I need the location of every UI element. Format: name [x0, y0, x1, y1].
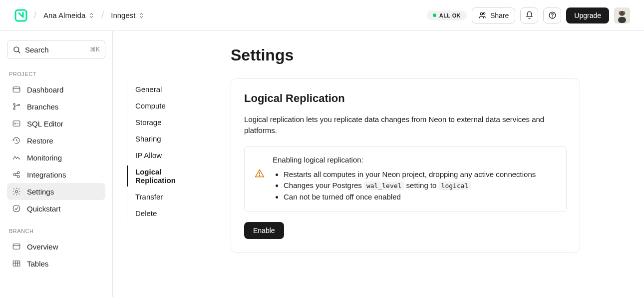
subnav-item-storage[interactable]: Storage: [135, 114, 203, 130]
warning-content: Enabling logical replication: Restarts a…: [273, 156, 556, 203]
header: / Ana Almeida / Inngest ALL OK Share: [0, 0, 644, 31]
share-button[interactable]: Share: [472, 8, 515, 24]
avatar[interactable]: [614, 8, 630, 24]
help-button[interactable]: [543, 8, 561, 24]
sidebar-item-integrations[interactable]: Integrations: [7, 166, 105, 183]
svg-line-11: [18, 51, 20, 52]
header-right: ALL OK Share Upgrade: [427, 8, 630, 24]
sidebar-item-label: Overview: [27, 242, 58, 251]
sidebar-item-label: Quickstart: [27, 204, 61, 213]
subnav-item-delete[interactable]: Delete: [135, 205, 203, 222]
users-icon: [478, 11, 487, 20]
nav-list-branch: OverviewTables: [7, 238, 105, 272]
settings-subnav: GeneralComputeStorageSharingIP AllowLogi…: [113, 31, 203, 297]
sidebar-item-overview[interactable]: Overview: [7, 238, 105, 255]
svg-point-1: [480, 12, 483, 15]
svg-rect-17: [13, 121, 20, 126]
main-content: Settings Logical Replication Logical rep…: [203, 31, 644, 297]
svg-point-2: [483, 12, 485, 14]
tables-icon: [12, 259, 21, 268]
status-text: ALL OK: [439, 12, 461, 18]
svg-point-19: [17, 172, 20, 174]
sidebar-item-monitoring[interactable]: Monitoring: [7, 149, 105, 166]
subnav-item-ip-allow[interactable]: IP Allow: [135, 147, 203, 164]
logo-icon[interactable]: [14, 8, 28, 22]
subnav-item-compute[interactable]: Compute: [135, 98, 203, 114]
warning-box: Enabling logical replication: Restarts a…: [244, 146, 567, 212]
sidebar-item-label: Dashboard: [27, 86, 63, 94]
upgrade-button[interactable]: Upgrade: [566, 8, 609, 24]
sidebar-item-branches[interactable]: Branches: [7, 98, 105, 115]
sidebar-item-tables[interactable]: Tables: [7, 255, 105, 272]
breadcrumb-project[interactable]: Inngest: [110, 9, 145, 22]
quickstart-icon: [12, 204, 21, 213]
sidebar-item-quickstart[interactable]: Quickstart: [7, 200, 105, 217]
svg-point-16: [18, 104, 19, 106]
warning-list: Restarts all computes in your Neon proje…: [273, 169, 556, 203]
sidebar-item-label: Restore: [27, 136, 53, 145]
sql-icon: [12, 119, 21, 128]
svg-point-20: [17, 176, 20, 178]
warning-heading: Enabling logical replication:: [273, 156, 556, 164]
breadcrumb-separator: /: [34, 10, 36, 20]
status-dot-icon: [433, 14, 436, 17]
section-label-branch: BRANCH: [7, 224, 105, 238]
subnav-item-general[interactable]: General: [135, 81, 203, 98]
subnav-item-logical-replication[interactable]: Logical Replication: [135, 164, 203, 188]
svg-point-21: [15, 190, 18, 193]
integrations-icon: [12, 170, 21, 179]
branches-icon: [12, 102, 21, 111]
monitoring-icon: [12, 153, 21, 162]
card-description: Logical replication lets you replicate d…: [244, 114, 567, 136]
bell-icon: [525, 11, 534, 20]
breadcrumb-user-label: Ana Almeida: [43, 11, 85, 20]
search-input[interactable]: Search ⌘K: [7, 40, 105, 59]
restore-icon: [12, 136, 21, 145]
enable-button[interactable]: Enable: [244, 222, 284, 239]
sidebar-item-label: SQL Editor: [27, 120, 63, 128]
warning-icon: [255, 168, 265, 178]
chevron-updown-icon: [138, 12, 144, 19]
logical-replication-card: Logical Replication Logical replication …: [231, 78, 580, 252]
sidebar: Search ⌘K PROJECT DashboardBranchesSQL E…: [0, 31, 113, 297]
breadcrumb-separator: /: [101, 10, 104, 20]
svg-point-30: [259, 175, 260, 176]
sidebar-item-restore[interactable]: Restore: [7, 132, 105, 149]
settings-subnav-inner: GeneralComputeStorageSharingIP AllowLogi…: [127, 81, 203, 222]
upgrade-label: Upgrade: [574, 12, 601, 20]
notifications-button[interactable]: [520, 8, 538, 24]
svg-point-4: [552, 17, 553, 18]
sidebar-item-dashboard[interactable]: Dashboard: [7, 81, 105, 98]
sidebar-item-sql-editor[interactable]: SQL Editor: [7, 115, 105, 132]
search-placeholder: Search: [25, 46, 86, 54]
svg-point-22: [13, 205, 20, 212]
breadcrumb-project-label: Inngest: [111, 11, 135, 20]
breadcrumb-user[interactable]: Ana Almeida: [42, 9, 95, 22]
status-pill[interactable]: ALL OK: [427, 10, 467, 20]
sidebar-item-settings[interactable]: Settings: [7, 183, 105, 200]
search-icon: [12, 46, 21, 54]
settings-icon: [12, 187, 21, 196]
avatar-icon: [614, 8, 630, 24]
overview-icon: [12, 242, 21, 251]
svg-rect-25: [13, 261, 20, 266]
enable-label: Enable: [253, 226, 275, 234]
card-title: Logical Replication: [244, 92, 567, 105]
chevron-updown-icon: [88, 12, 94, 19]
header-left: / Ana Almeida / Inngest: [14, 8, 145, 22]
sidebar-item-label: Integrations: [27, 170, 66, 179]
svg-point-15: [13, 108, 15, 110]
layout: Search ⌘K PROJECT DashboardBranchesSQL E…: [0, 31, 644, 297]
svg-rect-23: [13, 244, 20, 250]
sidebar-item-label: Settings: [27, 188, 54, 196]
warning-item: Can not be turned off once enabled: [284, 192, 556, 203]
subnav-item-sharing[interactable]: Sharing: [135, 130, 203, 147]
svg-rect-7: [618, 17, 626, 23]
sidebar-item-label: Tables: [27, 260, 48, 268]
nav-list-project: DashboardBranchesSQL EditorRestoreMonito…: [7, 81, 105, 217]
subnav-item-transfer[interactable]: Transfer: [135, 188, 203, 205]
svg-rect-12: [13, 87, 20, 92]
section-label-project: PROJECT: [7, 67, 105, 81]
sidebar-item-label: Branches: [27, 102, 58, 111]
warning-item: Restarts all computes in your Neon proje…: [284, 169, 556, 180]
